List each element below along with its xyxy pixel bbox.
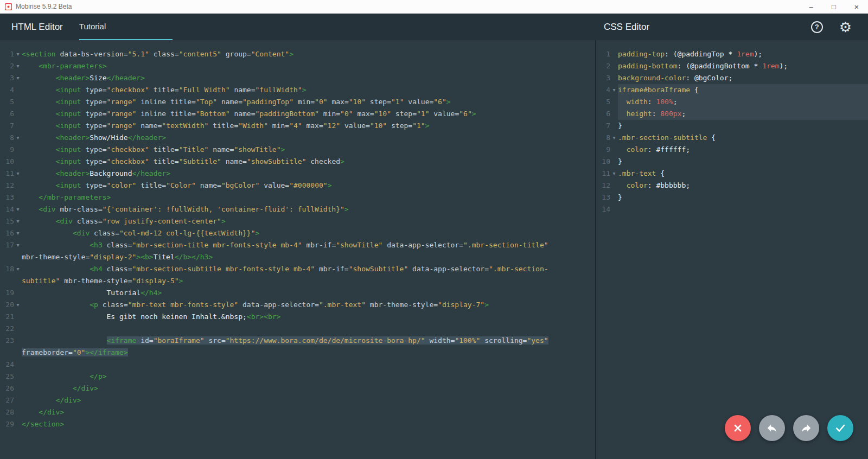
code-row[interactable]: 20▾ <p class="mbr-text mbr-fonts-style" … bbox=[0, 299, 595, 311]
code-row[interactable]: mbr-theme-style="display-2"><b>Titel</b>… bbox=[0, 251, 595, 263]
code-row[interactable]: 11▾.mbr-text { bbox=[596, 168, 868, 180]
close-button[interactable]: × bbox=[845, 0, 868, 13]
code-row[interactable]: 12 <input type="color" title="Color" nam… bbox=[0, 180, 595, 192]
line-number: 5 bbox=[0, 96, 14, 108]
fold-arrow-icon[interactable]: ▾ bbox=[14, 239, 22, 251]
code-row[interactable]: 8▾.mbr-section-subtitle { bbox=[596, 132, 868, 144]
line-number: 11 bbox=[596, 168, 610, 180]
code-row[interactable]: 4▾iframe#boraIframe { bbox=[596, 84, 868, 96]
code-row[interactable]: 10} bbox=[596, 156, 868, 168]
fold-spacer bbox=[14, 120, 22, 132]
code-row[interactable]: 15▾ <div class="row justify-content-cent… bbox=[0, 215, 595, 227]
code-row[interactable]: 4 <input type="checkbox" title="Full Wid… bbox=[0, 84, 595, 96]
code-text: <input type="checkbox" title="Full Width… bbox=[22, 84, 595, 96]
css-code-editor[interactable]: 1padding-top: (@paddingTop * 1rem);2padd… bbox=[595, 40, 868, 459]
fold-arrow-icon[interactable]: ▾ bbox=[14, 299, 22, 311]
line-number: 7 bbox=[596, 120, 610, 132]
fold-arrow-icon[interactable]: ▾ bbox=[14, 48, 22, 60]
fold-arrow-icon[interactable]: ▾ bbox=[610, 168, 618, 180]
code-text: <mbr-parameters> bbox=[22, 60, 595, 72]
line-number: 28 bbox=[0, 406, 14, 418]
code-row[interactable]: 7 <input type="range" name="textWidth" t… bbox=[0, 120, 595, 132]
code-text bbox=[22, 323, 595, 335]
code-row[interactable]: 14 bbox=[596, 203, 868, 215]
code-row[interactable]: 22 bbox=[0, 323, 595, 335]
tab-tutorial[interactable]: Tutorial bbox=[79, 14, 173, 40]
gutter bbox=[0, 275, 22, 287]
code-row[interactable]: 5 <input type="range" inline title="Top"… bbox=[0, 96, 595, 108]
fold-arrow-icon[interactable]: ▾ bbox=[610, 132, 618, 144]
code-row[interactable]: 28 </div> bbox=[0, 406, 595, 418]
code-row[interactable]: 29</section> bbox=[0, 418, 595, 430]
code-row[interactable]: 12 color: #bbbbbb; bbox=[596, 180, 868, 192]
gutter: 11▾ bbox=[596, 168, 618, 180]
code-row[interactable]: 6 height: 800px; bbox=[596, 108, 868, 120]
code-row[interactable]: 23 <iframe id="boraIframe" src="https://… bbox=[0, 335, 595, 347]
action-buttons bbox=[725, 415, 853, 441]
fold-spacer bbox=[14, 359, 22, 371]
code-row[interactable]: 6 <input type="range" inline title="Bott… bbox=[0, 108, 595, 120]
code-row[interactable]: 9 <input type="checkbox" title="Title" n… bbox=[0, 144, 595, 156]
undo-button[interactable] bbox=[759, 415, 785, 441]
minimize-button[interactable]: – bbox=[800, 0, 822, 13]
code-row[interactable]: 1padding-top: (@paddingTop * 1rem); bbox=[596, 48, 868, 60]
code-text: subtitle" mbr-theme-style="display-5"> bbox=[22, 275, 595, 287]
apply-button[interactable] bbox=[827, 415, 853, 441]
redo-button[interactable] bbox=[793, 415, 819, 441]
fold-arrow-icon[interactable]: ▾ bbox=[610, 84, 618, 96]
fold-arrow-icon[interactable]: ▾ bbox=[14, 60, 22, 72]
code-row[interactable]: 3▾ <header>Size</header> bbox=[0, 72, 595, 84]
code-row[interactable]: 10 <input type="checkbox" title="Subtitl… bbox=[0, 156, 595, 168]
code-row[interactable]: 1▾<section data-bs-version="5.1" class="… bbox=[0, 48, 595, 60]
fold-arrow-icon[interactable]: ▾ bbox=[14, 203, 22, 215]
code-row[interactable]: 2▾ <mbr-parameters> bbox=[0, 60, 595, 72]
fold-arrow-icon[interactable]: ▾ bbox=[14, 168, 22, 180]
code-row[interactable]: 7} bbox=[596, 120, 868, 132]
code-text: height: 800px; bbox=[618, 108, 868, 120]
code-row[interactable]: 9 color: #ffffff; bbox=[596, 144, 868, 156]
code-row[interactable]: 16▾ <div class="col-md-12 col-lg-{{textW… bbox=[0, 227, 595, 239]
cancel-button[interactable] bbox=[725, 415, 751, 441]
code-text: <header>Size</header> bbox=[22, 72, 595, 84]
fold-arrow-icon[interactable]: ▾ bbox=[14, 72, 22, 84]
gutter bbox=[0, 251, 22, 263]
code-row[interactable]: 13 </mbr-parameters> bbox=[0, 192, 595, 203]
fold-arrow-icon[interactable]: ▾ bbox=[14, 227, 22, 239]
code-row[interactable]: 13} bbox=[596, 192, 868, 203]
maximize-button[interactable]: □ bbox=[822, 0, 845, 13]
fold-arrow-icon[interactable]: ▾ bbox=[14, 263, 22, 275]
code-row[interactable]: 5 width: 100%; bbox=[596, 96, 868, 108]
code-row[interactable]: 24 bbox=[0, 359, 595, 371]
gutter: 14▾ bbox=[0, 203, 22, 215]
fold-arrow-icon[interactable]: ▾ bbox=[14, 132, 22, 144]
gear-icon[interactable]: ⚙ bbox=[839, 20, 852, 34]
code-row[interactable]: 25 </p> bbox=[0, 371, 595, 382]
line-number: 15 bbox=[0, 215, 14, 227]
code-row[interactable]: frameborder="0"></iframe> bbox=[0, 347, 595, 359]
code-row[interactable]: 27 </div> bbox=[0, 394, 595, 406]
code-row[interactable]: 3background-color: @bgColor; bbox=[596, 72, 868, 84]
gutter: 24 bbox=[0, 359, 22, 371]
code-row[interactable]: 26 </div> bbox=[0, 382, 595, 394]
code-row[interactable]: 14▾ <div mbr-class="{'container': !fullW… bbox=[0, 203, 595, 215]
code-row[interactable]: 19 Tutorial</h4> bbox=[0, 287, 595, 299]
code-row[interactable]: 11▾ <header>Background</header> bbox=[0, 168, 595, 180]
fold-spacer bbox=[14, 394, 22, 406]
code-row[interactable]: 8▾ <header>Show/Hide</header> bbox=[0, 132, 595, 144]
header-icons: ? ⚙ bbox=[811, 20, 852, 34]
code-row[interactable]: 18▾ <h4 class="mbr-section-subtitle mbr-… bbox=[0, 263, 595, 275]
code-row[interactable]: 17▾ <h3 class="mbr-section-title mbr-fon… bbox=[0, 239, 595, 251]
html-code-editor[interactable]: 1▾<section data-bs-version="5.1" class="… bbox=[0, 40, 595, 459]
code-row[interactable]: subtitle" mbr-theme-style="display-5"> bbox=[0, 275, 595, 287]
gutter: 12 bbox=[596, 180, 618, 192]
line-number: 19 bbox=[0, 287, 14, 299]
fold-arrow-icon[interactable]: ▾ bbox=[14, 215, 22, 227]
code-row[interactable]: 21 Es gibt noch keinen Inhalt.&nbsp;<br>… bbox=[0, 311, 595, 323]
gutter: 13 bbox=[0, 192, 22, 203]
code-row[interactable]: 2padding-bottom: (@paddingBottom * 1rem)… bbox=[596, 60, 868, 72]
fold-spacer bbox=[14, 311, 22, 323]
line-number: 20 bbox=[0, 299, 14, 311]
gutter: 8▾ bbox=[0, 132, 22, 144]
help-icon[interactable]: ? bbox=[811, 21, 823, 33]
fold-spacer bbox=[610, 108, 618, 120]
